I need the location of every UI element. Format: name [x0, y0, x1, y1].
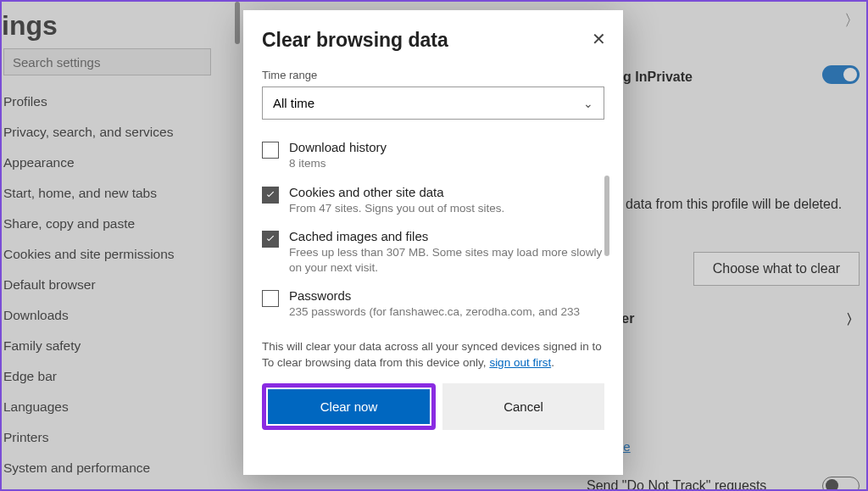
sidebar-item-share[interactable]: Share, copy and paste: [2, 209, 222, 239]
search-placeholder: Search settings: [13, 55, 100, 70]
checkbox[interactable]: [262, 142, 279, 159]
chevron-right-icon[interactable]: 〉: [844, 10, 860, 31]
option-sub: From 47 sites. Signs you out of most sit…: [289, 201, 504, 216]
chevron-down-icon: ⌄: [583, 97, 593, 110]
settings-sidebar: Profiles Privacy, search, and services A…: [2, 86, 222, 483]
sidebar-item-edge-bar[interactable]: Edge bar: [2, 361, 222, 392]
checkbox[interactable]: [262, 187, 279, 204]
time-range-select[interactable]: All time ⌄: [262, 86, 604, 120]
option-title: Download history: [289, 140, 387, 154]
option-cookies[interactable]: Cookies and other site data From 47 site…: [262, 180, 604, 225]
sign-out-link[interactable]: sign out first: [489, 356, 551, 369]
time-range-value: All time: [273, 96, 314, 110]
sidebar-item-family-safety[interactable]: Family safety: [2, 331, 222, 361]
sidebar-scrollbar[interactable]: [235, 2, 240, 44]
sidebar-item-system[interactable]: System and performance: [2, 453, 222, 483]
sidebar-item-downloads[interactable]: Downloads: [2, 300, 222, 331]
sidebar-item-default-browser[interactable]: Default browser: [2, 270, 222, 300]
option-title: Cached images and files: [289, 229, 604, 243]
option-download-history[interactable]: Download history 8 items: [262, 135, 604, 180]
checkbox[interactable]: [262, 231, 279, 248]
option-sub: Frees up less than 307 MB. Some sites ma…: [289, 245, 604, 275]
option-passwords[interactable]: Passwords 235 passwords (for fanshawec.c…: [262, 283, 604, 328]
inprivate-toggle[interactable]: [822, 65, 860, 84]
dnt-toggle[interactable]: [822, 477, 860, 491]
sidebar-item-privacy[interactable]: Privacy, search, and services: [2, 117, 222, 148]
sidebar-item-start[interactable]: Start, home, and new tabs: [2, 178, 222, 209]
choose-what-to-clear-button[interactable]: Choose what to clear: [693, 252, 860, 286]
cancel-button[interactable]: Cancel: [442, 383, 604, 430]
dnt-label: Send "Do Not Track" requests: [587, 478, 766, 491]
clear-browsing-data-dialog: ✕ Clear browsing data Time range All tim…: [243, 10, 623, 475]
option-title: Cookies and other site data: [289, 185, 504, 199]
option-sub: 8 items: [289, 156, 387, 171]
sidebar-item-printers[interactable]: Printers: [2, 422, 222, 453]
search-input[interactable]: Search settings: [3, 48, 211, 75]
dialog-title: Clear browsing data: [262, 29, 604, 52]
sidebar-item-profiles[interactable]: Profiles: [2, 86, 222, 117]
page-title: ings: [2, 10, 58, 42]
clear-now-button[interactable]: Clear now: [268, 389, 430, 424]
sidebar-item-cookies[interactable]: Cookies and site permissions: [2, 239, 222, 270]
close-icon[interactable]: ✕: [592, 29, 606, 49]
time-range-label: Time range: [262, 69, 604, 81]
other-browser-row[interactable]: wser 〉: [604, 311, 860, 329]
option-title: Passwords: [289, 288, 580, 303]
sidebar-item-languages[interactable]: Languages: [2, 392, 222, 422]
option-sub: 235 passwords (for fanshawec.ca, zerodha…: [289, 304, 580, 320]
checkbox[interactable]: [262, 290, 279, 307]
sidebar-item-appearance[interactable]: Appearance: [2, 148, 222, 178]
option-cached[interactable]: Cached images and files Frees up less th…: [262, 224, 604, 283]
chevron-right-icon: 〉: [846, 311, 860, 329]
sync-note: This will clear your data across all you…: [262, 338, 604, 371]
options-scrollbar[interactable]: [604, 176, 609, 256]
profile-note: ly data from this profile will be delete…: [612, 197, 842, 212]
